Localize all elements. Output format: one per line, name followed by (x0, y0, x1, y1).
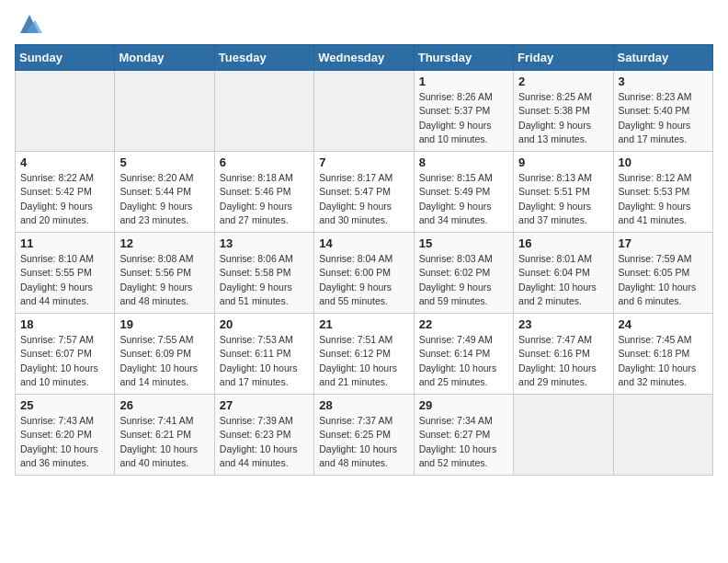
calendar-week-0: 1Sunrise: 8:26 AM Sunset: 5:37 PM Daylig… (16, 71, 713, 152)
day-number: 19 (119, 317, 209, 331)
day-info: Sunrise: 7:53 AM Sunset: 6:11 PM Dayligh… (220, 333, 309, 389)
day-info: Sunrise: 8:01 AM Sunset: 6:04 PM Dayligh… (518, 252, 608, 308)
calendar-cell (514, 395, 613, 476)
calendar-cell: 24Sunrise: 7:45 AM Sunset: 6:18 PM Dayli… (613, 314, 712, 395)
day-info: Sunrise: 8:03 AM Sunset: 6:02 PM Dayligh… (419, 252, 508, 308)
calendar-cell: 1Sunrise: 8:26 AM Sunset: 5:37 PM Daylig… (414, 71, 513, 152)
day-info: Sunrise: 8:25 AM Sunset: 5:38 PM Dayligh… (518, 90, 608, 146)
day-number: 1 (419, 75, 508, 88)
calendar-week-4: 25Sunrise: 7:43 AM Sunset: 6:20 PM Dayli… (16, 395, 713, 476)
day-number: 22 (419, 317, 508, 331)
calendar-cell: 23Sunrise: 7:47 AM Sunset: 6:16 PM Dayli… (514, 314, 613, 395)
day-number: 26 (119, 398, 209, 412)
calendar-cell: 16Sunrise: 8:01 AM Sunset: 6:04 PM Dayli… (514, 233, 613, 314)
day-number: 6 (220, 155, 309, 169)
day-number: 24 (619, 317, 708, 331)
calendar-cell (16, 71, 115, 152)
weekday-header-tuesday: Tuesday (214, 45, 313, 71)
day-number: 11 (20, 236, 109, 250)
day-number: 2 (518, 75, 608, 88)
calendar-cell: 18Sunrise: 7:57 AM Sunset: 6:07 PM Dayli… (16, 314, 115, 395)
day-info: Sunrise: 7:51 AM Sunset: 6:12 PM Dayligh… (319, 333, 408, 389)
calendar-cell: 17Sunrise: 7:59 AM Sunset: 6:05 PM Dayli… (613, 233, 712, 314)
calendar-cell: 27Sunrise: 7:39 AM Sunset: 6:23 PM Dayli… (214, 395, 313, 476)
day-number: 21 (319, 317, 408, 331)
calendar-cell: 11Sunrise: 8:10 AM Sunset: 5:55 PM Dayli… (16, 233, 115, 314)
day-info: Sunrise: 8:12 AM Sunset: 5:53 PM Dayligh… (619, 171, 708, 227)
calendar-cell (214, 71, 313, 152)
calendar-cell (613, 395, 712, 476)
day-info: Sunrise: 7:39 AM Sunset: 6:23 PM Dayligh… (220, 414, 309, 470)
day-info: Sunrise: 7:59 AM Sunset: 6:05 PM Dayligh… (619, 252, 708, 308)
day-info: Sunrise: 7:41 AM Sunset: 6:21 PM Dayligh… (119, 414, 209, 470)
day-info: Sunrise: 8:15 AM Sunset: 5:49 PM Dayligh… (419, 171, 508, 227)
weekday-header-friday: Friday (514, 45, 613, 71)
day-number: 13 (220, 236, 309, 250)
calendar-table: SundayMondayTuesdayWednesdayThursdayFrid… (15, 44, 713, 476)
calendar-cell: 26Sunrise: 7:41 AM Sunset: 6:21 PM Dayli… (115, 395, 214, 476)
day-info: Sunrise: 8:18 AM Sunset: 5:46 PM Dayligh… (220, 171, 309, 227)
logo-icon (17, 11, 42, 37)
calendar-cell: 2Sunrise: 8:25 AM Sunset: 5:38 PM Daylig… (514, 71, 613, 152)
calendar-cell: 6Sunrise: 8:18 AM Sunset: 5:46 PM Daylig… (214, 152, 313, 233)
weekday-header-monday: Monday (115, 45, 214, 71)
calendar-cell: 29Sunrise: 7:34 AM Sunset: 6:27 PM Dayli… (414, 395, 513, 476)
day-number: 8 (419, 155, 508, 169)
day-info: Sunrise: 8:22 AM Sunset: 5:42 PM Dayligh… (20, 171, 109, 227)
day-info: Sunrise: 7:55 AM Sunset: 6:09 PM Dayligh… (119, 333, 209, 389)
day-info: Sunrise: 8:08 AM Sunset: 5:56 PM Dayligh… (119, 252, 209, 308)
weekday-header-wednesday: Wednesday (314, 45, 414, 71)
page-header (15, 15, 713, 37)
calendar-cell: 15Sunrise: 8:03 AM Sunset: 6:02 PM Dayli… (414, 233, 513, 314)
day-info: Sunrise: 8:04 AM Sunset: 6:00 PM Dayligh… (319, 252, 408, 308)
day-number: 28 (319, 398, 408, 412)
calendar-week-1: 4Sunrise: 8:22 AM Sunset: 5:42 PM Daylig… (16, 152, 713, 233)
calendar-cell (314, 71, 414, 152)
calendar-week-3: 18Sunrise: 7:57 AM Sunset: 6:07 PM Dayli… (16, 314, 713, 395)
day-info: Sunrise: 7:47 AM Sunset: 6:16 PM Dayligh… (518, 333, 608, 389)
day-info: Sunrise: 7:37 AM Sunset: 6:25 PM Dayligh… (319, 414, 408, 470)
calendar-cell: 4Sunrise: 8:22 AM Sunset: 5:42 PM Daylig… (16, 152, 115, 233)
day-number: 12 (119, 236, 209, 250)
day-info: Sunrise: 7:34 AM Sunset: 6:27 PM Dayligh… (419, 414, 508, 470)
day-number: 27 (220, 398, 309, 412)
calendar-week-2: 11Sunrise: 8:10 AM Sunset: 5:55 PM Dayli… (16, 233, 713, 314)
calendar-header: SundayMondayTuesdayWednesdayThursdayFrid… (16, 45, 713, 71)
calendar-cell: 9Sunrise: 8:13 AM Sunset: 5:51 PM Daylig… (514, 152, 613, 233)
day-info: Sunrise: 8:13 AM Sunset: 5:51 PM Dayligh… (518, 171, 608, 227)
calendar-cell: 21Sunrise: 7:51 AM Sunset: 6:12 PM Dayli… (314, 314, 414, 395)
day-number: 7 (319, 155, 408, 169)
calendar-cell: 19Sunrise: 7:55 AM Sunset: 6:09 PM Dayli… (115, 314, 214, 395)
day-info: Sunrise: 8:10 AM Sunset: 5:55 PM Dayligh… (20, 252, 109, 308)
weekday-header-thursday: Thursday (414, 45, 513, 71)
calendar-cell: 7Sunrise: 8:17 AM Sunset: 5:47 PM Daylig… (314, 152, 414, 233)
day-number: 15 (419, 236, 508, 250)
calendar-cell: 20Sunrise: 7:53 AM Sunset: 6:11 PM Dayli… (214, 314, 313, 395)
day-info: Sunrise: 8:17 AM Sunset: 5:47 PM Dayligh… (319, 171, 408, 227)
calendar-cell: 5Sunrise: 8:20 AM Sunset: 5:44 PM Daylig… (115, 152, 214, 233)
day-number: 16 (518, 236, 608, 250)
day-info: Sunrise: 8:26 AM Sunset: 5:37 PM Dayligh… (419, 90, 508, 146)
day-number: 14 (319, 236, 408, 250)
day-number: 10 (619, 155, 708, 169)
day-number: 20 (220, 317, 309, 331)
day-number: 29 (419, 398, 508, 412)
calendar-cell: 14Sunrise: 8:04 AM Sunset: 6:00 PM Dayli… (314, 233, 414, 314)
calendar-cell (115, 71, 214, 152)
day-info: Sunrise: 7:45 AM Sunset: 6:18 PM Dayligh… (619, 333, 708, 389)
day-number: 17 (619, 236, 708, 250)
calendar-cell: 22Sunrise: 7:49 AM Sunset: 6:14 PM Dayli… (414, 314, 513, 395)
day-number: 5 (119, 155, 209, 169)
day-info: Sunrise: 8:06 AM Sunset: 5:58 PM Dayligh… (220, 252, 309, 308)
calendar-cell: 13Sunrise: 8:06 AM Sunset: 5:58 PM Dayli… (214, 233, 313, 314)
day-number: 9 (518, 155, 608, 169)
day-info: Sunrise: 8:20 AM Sunset: 5:44 PM Dayligh… (119, 171, 209, 227)
day-number: 25 (20, 398, 109, 412)
day-number: 23 (518, 317, 608, 331)
calendar-cell: 8Sunrise: 8:15 AM Sunset: 5:49 PM Daylig… (414, 152, 513, 233)
calendar-cell: 12Sunrise: 8:08 AM Sunset: 5:56 PM Dayli… (115, 233, 214, 314)
day-number: 3 (619, 75, 708, 88)
day-number: 4 (20, 155, 109, 169)
day-info: Sunrise: 7:49 AM Sunset: 6:14 PM Dayligh… (419, 333, 508, 389)
logo (15, 15, 42, 37)
